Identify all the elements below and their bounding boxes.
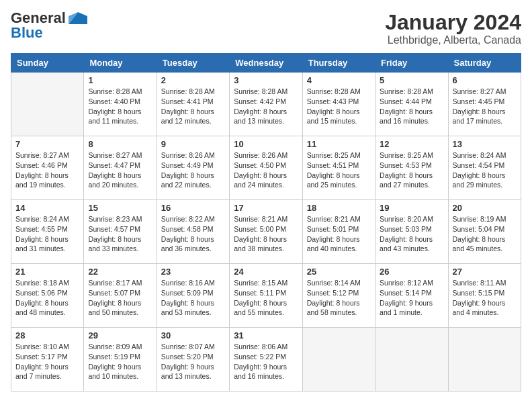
day-number: 3 [234,75,298,85]
location-title: Lethbridge, Alberta, Canada [385,34,521,46]
day-number: 28 [15,330,79,340]
day-info: Sunrise: 8:24 AMSunset: 4:55 PMDaylight:… [15,214,79,254]
calendar-table: SundayMondayTuesdayWednesdayThursdayFrid… [11,53,521,392]
day-info: Sunrise: 8:27 AMSunset: 4:47 PMDaylight:… [88,150,152,190]
day-info: Sunrise: 8:18 AMSunset: 5:06 PMDaylight:… [15,278,79,318]
calendar-cell: 31Sunrise: 8:06 AMSunset: 5:22 PMDayligh… [230,328,302,392]
day-info: Sunrise: 8:25 AMSunset: 4:53 PMDaylight:… [380,150,443,190]
calendar-cell: 24Sunrise: 8:15 AMSunset: 5:11 PMDayligh… [230,264,302,328]
day-number: 27 [453,267,517,277]
calendar-cell: 22Sunrise: 8:17 AMSunset: 5:07 PMDayligh… [84,264,157,328]
logo-icon [69,12,87,24]
calendar-cell [11,73,84,136]
week-row-2: 7Sunrise: 8:27 AMSunset: 4:46 PMDaylight… [11,136,521,200]
day-number: 10 [234,139,298,149]
day-number: 31 [234,330,298,340]
day-number: 6 [453,75,517,85]
day-info: Sunrise: 8:20 AMSunset: 5:03 PMDaylight:… [380,214,443,254]
calendar-cell: 28Sunrise: 8:10 AMSunset: 5:17 PMDayligh… [11,328,84,392]
day-info: Sunrise: 8:16 AMSunset: 5:09 PMDaylight:… [161,278,225,318]
calendar-cell: 2Sunrise: 8:28 AMSunset: 4:41 PMDaylight… [157,73,229,136]
calendar-cell: 16Sunrise: 8:22 AMSunset: 4:58 PMDayligh… [157,200,229,264]
calendar-cell: 25Sunrise: 8:14 AMSunset: 5:12 PMDayligh… [302,264,375,328]
weekday-header-sunday: Sunday [11,54,84,73]
logo-general-text: General [11,11,66,26]
day-number: 30 [161,330,225,340]
calendar-cell: 13Sunrise: 8:24 AMSunset: 4:54 PMDayligh… [448,136,521,200]
day-number: 12 [380,139,443,149]
calendar-cell: 7Sunrise: 8:27 AMSunset: 4:46 PMDaylight… [11,136,84,200]
calendar-cell: 15Sunrise: 8:23 AMSunset: 4:57 PMDayligh… [84,200,157,264]
day-number: 25 [307,267,371,277]
day-number: 1 [88,75,152,85]
day-number: 5 [380,75,443,85]
day-number: 7 [15,139,79,149]
day-number: 22 [88,267,152,277]
day-number: 15 [88,203,152,213]
day-info: Sunrise: 8:23 AMSunset: 4:57 PMDaylight:… [88,214,152,254]
month-title: January 2024 [385,11,521,34]
day-info: Sunrise: 8:07 AMSunset: 5:20 PMDaylight:… [161,342,225,381]
calendar-cell: 12Sunrise: 8:25 AMSunset: 4:53 PMDayligh… [375,136,448,200]
calendar-cell: 11Sunrise: 8:25 AMSunset: 4:51 PMDayligh… [302,136,375,200]
day-number: 2 [161,75,225,85]
weekday-header-saturday: Saturday [448,54,521,73]
day-info: Sunrise: 8:11 AMSunset: 5:15 PMDaylight:… [453,278,517,318]
day-info: Sunrise: 8:28 AMSunset: 4:40 PMDaylight:… [88,87,152,126]
calendar-cell [302,328,375,392]
calendar-cell: 20Sunrise: 8:19 AMSunset: 5:04 PMDayligh… [448,200,521,264]
day-number: 19 [380,203,443,213]
calendar-cell: 10Sunrise: 8:26 AMSunset: 4:50 PMDayligh… [230,136,302,200]
day-info: Sunrise: 8:24 AMSunset: 4:54 PMDaylight:… [453,150,517,190]
calendar-cell: 3Sunrise: 8:28 AMSunset: 4:42 PMDaylight… [230,73,302,136]
calendar-cell: 1Sunrise: 8:28 AMSunset: 4:40 PMDaylight… [84,73,157,136]
calendar-cell: 26Sunrise: 8:12 AMSunset: 5:14 PMDayligh… [375,264,448,328]
week-row-3: 14Sunrise: 8:24 AMSunset: 4:55 PMDayligh… [11,200,521,264]
week-row-4: 21Sunrise: 8:18 AMSunset: 5:06 PMDayligh… [11,264,521,328]
day-info: Sunrise: 8:28 AMSunset: 4:42 PMDaylight:… [234,87,298,126]
day-info: Sunrise: 8:10 AMSunset: 5:17 PMDaylight:… [15,342,79,381]
day-number: 8 [88,139,152,149]
weekday-header-tuesday: Tuesday [157,54,229,73]
day-info: Sunrise: 8:21 AMSunset: 5:01 PMDaylight:… [307,214,371,254]
calendar-cell: 27Sunrise: 8:11 AMSunset: 5:15 PMDayligh… [448,264,521,328]
day-info: Sunrise: 8:28 AMSunset: 4:44 PMDaylight:… [380,87,443,126]
calendar-cell: 6Sunrise: 8:27 AMSunset: 4:45 PMDaylight… [448,73,521,136]
title-block: January 2024 Lethbridge, Alberta, Canada [385,11,521,46]
day-number: 14 [15,203,79,213]
day-number: 16 [161,203,225,213]
weekday-header-wednesday: Wednesday [230,54,302,73]
calendar-cell: 21Sunrise: 8:18 AMSunset: 5:06 PMDayligh… [11,264,84,328]
week-row-1: 1Sunrise: 8:28 AMSunset: 4:40 PMDaylight… [11,73,521,136]
day-number: 24 [234,267,298,277]
calendar-cell: 9Sunrise: 8:26 AMSunset: 4:49 PMDaylight… [157,136,229,200]
day-info: Sunrise: 8:14 AMSunset: 5:12 PMDaylight:… [307,278,371,318]
weekday-header-thursday: Thursday [302,54,375,73]
weekday-header-friday: Friday [375,54,448,73]
day-info: Sunrise: 8:12 AMSunset: 5:14 PMDaylight:… [380,278,443,318]
logo-blue-text: Blue [11,26,43,40]
day-info: Sunrise: 8:15 AMSunset: 5:11 PMDaylight:… [234,278,298,318]
day-number: 9 [161,139,225,149]
day-number: 23 [161,267,225,277]
day-info: Sunrise: 8:25 AMSunset: 4:51 PMDaylight:… [307,150,371,190]
day-number: 11 [307,139,371,149]
day-info: Sunrise: 8:09 AMSunset: 5:19 PMDaylight:… [88,342,152,381]
day-number: 13 [453,139,517,149]
calendar-cell: 4Sunrise: 8:28 AMSunset: 4:43 PMDaylight… [302,73,375,136]
week-row-5: 28Sunrise: 8:10 AMSunset: 5:17 PMDayligh… [11,328,521,392]
day-info: Sunrise: 8:17 AMSunset: 5:07 PMDaylight:… [88,278,152,318]
calendar-cell: 14Sunrise: 8:24 AMSunset: 4:55 PMDayligh… [11,200,84,264]
day-number: 21 [15,267,79,277]
day-info: Sunrise: 8:28 AMSunset: 4:43 PMDaylight:… [307,87,371,126]
day-info: Sunrise: 8:27 AMSunset: 4:46 PMDaylight:… [15,150,79,190]
day-number: 20 [453,203,517,213]
day-info: Sunrise: 8:21 AMSunset: 5:00 PMDaylight:… [234,214,298,254]
calendar-cell [375,328,448,392]
day-info: Sunrise: 8:26 AMSunset: 4:50 PMDaylight:… [234,150,298,190]
weekday-header-row: SundayMondayTuesdayWednesdayThursdayFrid… [11,54,521,73]
day-number: 29 [88,330,152,340]
day-info: Sunrise: 8:06 AMSunset: 5:22 PMDaylight:… [234,342,298,381]
weekday-header-monday: Monday [84,54,157,73]
day-info: Sunrise: 8:27 AMSunset: 4:45 PMDaylight:… [453,87,517,126]
